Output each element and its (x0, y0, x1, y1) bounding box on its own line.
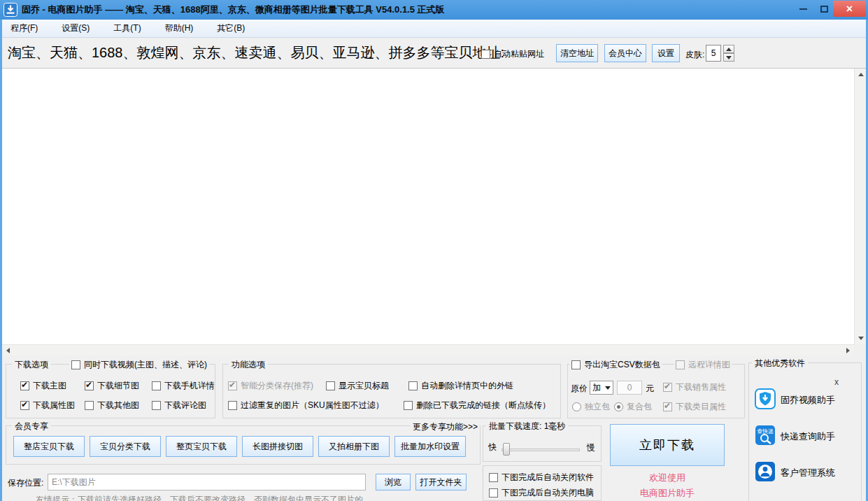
checkbox-box[interactable] (20, 401, 29, 410)
checkbox-download-mobile[interactable]: 下载手机详情 (152, 380, 215, 392)
auto-paste-checkbox-box[interactable] (481, 50, 490, 59)
sidebar-close-button[interactable]: x (834, 379, 839, 386)
scroll-down-button[interactable] (855, 332, 867, 344)
bottom-panel: 下载选项 同时下载视频(主图、描述、评论) 下载主图 下载细节图 下载手机详情 … (2, 355, 866, 501)
menu-tools[interactable]: 工具(T) (105, 20, 149, 37)
single-pack-radio[interactable]: 独立包 (572, 401, 610, 413)
scroll-up-button[interactable] (855, 69, 867, 80)
speed-fast-label: 快 (488, 442, 497, 453)
checkbox-box[interactable] (152, 381, 161, 390)
page-download-button[interactable]: 整页宝贝下载 (166, 436, 237, 457)
horizontal-scrollbar[interactable] (2, 344, 854, 355)
save-path-input[interactable] (48, 474, 366, 491)
checkbox-box[interactable] (152, 401, 161, 410)
price-unit-label: 元 (646, 383, 654, 395)
remote-detail-label: 远程详情图 (688, 359, 730, 371)
member-center-button[interactable]: 会员中心 (604, 44, 646, 62)
menu-program[interactable]: 程序(F) (2, 20, 46, 37)
upyun-album-button[interactable]: 又拍相册下图 (318, 436, 390, 457)
category-attr-label: 下载类目属性 (676, 401, 726, 413)
checkbox-box[interactable] (408, 381, 418, 390)
skin-value[interactable]: 5 (706, 45, 721, 62)
menu-bar: 程序(F) 设置(S) 工具(T) 帮助(H) 其它(B) (2, 20, 866, 38)
checkbox-box[interactable] (489, 488, 498, 498)
checkbox-show-title[interactable]: 显示宝贝标题 (326, 380, 389, 392)
checkbox-download-main[interactable]: 下载主图 (20, 380, 66, 392)
vertical-scrollbar[interactable] (854, 69, 866, 344)
multi-pack-radio[interactable]: 复合包 (614, 401, 652, 413)
download-now-button[interactable]: 立即下载 (610, 424, 725, 466)
checkbox-box[interactable] (404, 401, 413, 410)
remote-detail-checkbox-box[interactable] (676, 360, 685, 369)
checkbox-box[interactable] (85, 401, 94, 410)
checkbox-delete-finished[interactable]: 删除已下载完成的链接（断点续传） (404, 400, 550, 411)
menu-help[interactable]: 帮助(H) (157, 20, 202, 37)
export-csv-checkbox[interactable]: 导出淘宝CSV数据包 (570, 359, 662, 371)
checkbox-box[interactable] (228, 401, 237, 410)
radio-circle[interactable] (572, 402, 581, 411)
checkbox-download-review[interactable]: 下载评论图 (152, 400, 206, 411)
price-label: 原价 (571, 383, 588, 395)
long-image-split-button[interactable]: 长图拼接切图 (242, 436, 313, 457)
checkbox-box[interactable] (20, 381, 29, 390)
download-video-checkbox[interactable]: 同时下载视频(主图、描述、评论) (69, 359, 209, 371)
download-video-checkbox-box[interactable] (71, 360, 80, 369)
checkbox-box[interactable] (326, 381, 335, 390)
settings-button[interactable]: 设置 (652, 44, 680, 62)
category-attr-checkbox-box[interactable] (663, 402, 672, 411)
other-software-group: 其他优秀软件 x 固乔视频助手 查快递 快递查询助手 (748, 362, 862, 501)
welcome-text-1: 欢迎使用 (610, 472, 725, 484)
function-options-group: 功能选项 智能分类保存(推荐) 显示宝贝标题 自动删除详情页中的外链 过滤重复的… (222, 364, 561, 418)
radio-label: 复合包 (627, 401, 652, 413)
checkbox-download-detail[interactable]: 下载细节图 (85, 380, 139, 392)
spin-down-icon (726, 56, 732, 59)
spin-up-icon (726, 48, 732, 51)
speed-slider-track[interactable] (501, 449, 580, 451)
remote-detail-checkbox[interactable]: 远程详情图 (674, 359, 732, 371)
sales-attr-checkbox[interactable]: 下载销售属性 (663, 381, 726, 393)
close-software-checkbox[interactable]: 下图完成后自动关闭软件 (489, 472, 594, 484)
scroll-left-button[interactable] (2, 345, 14, 355)
open-folder-button[interactable]: 打开文件夹 (415, 474, 467, 491)
checkbox-box[interactable] (489, 473, 498, 482)
shutdown-pc-checkbox[interactable]: 下图完成后自动关闭电脑 (489, 487, 594, 499)
url-input-area[interactable] (2, 69, 866, 355)
close-button[interactable]: × (833, 1, 866, 17)
checkbox-download-other[interactable]: 下载其他图 (85, 400, 139, 411)
maximize-button[interactable] (813, 0, 834, 18)
clear-address-button[interactable]: 清空地址 (556, 44, 598, 62)
browse-button[interactable]: 浏览 (376, 474, 411, 491)
auto-paste-checkbox[interactable]: 自动粘贴网址 (481, 48, 544, 60)
more-features-link[interactable]: 更多专享功能>>> (411, 421, 480, 433)
sales-attr-checkbox-box[interactable] (663, 383, 672, 392)
button-label: 又拍相册下图 (329, 441, 379, 453)
menu-other[interactable]: 其它(B) (208, 20, 253, 37)
minimize-button[interactable] (792, 0, 813, 18)
checkbox-download-attr[interactable]: 下载属性图 (20, 400, 75, 411)
checkbox-box[interactable] (228, 381, 237, 390)
export-csv-checkbox-box[interactable] (571, 360, 581, 369)
menu-settings[interactable]: 设置(S) (53, 20, 98, 37)
minimize-icon (799, 8, 807, 10)
checkbox-box[interactable] (85, 381, 94, 390)
checkbox-remove-links[interactable]: 自动删除详情页中的外链 (408, 380, 513, 392)
price-op-dropdown[interactable]: 加 (590, 381, 613, 395)
download-now-label: 立即下载 (639, 437, 695, 453)
checkbox-smart-save[interactable]: 智能分类保存(推荐) (228, 380, 313, 392)
download-video-label: 同时下载视频(主图、描述、评论) (84, 359, 207, 371)
checkbox-label: 智能分类保存(推荐) (241, 380, 313, 392)
price-value-input[interactable]: 0 (617, 381, 642, 395)
speed-slider-thumb[interactable] (503, 443, 510, 456)
category-download-button[interactable]: 宝贝分类下载 (90, 436, 161, 457)
scroll-right-button[interactable] (842, 345, 854, 355)
skin-spin-down-button[interactable] (723, 53, 734, 62)
radio-circle[interactable] (614, 402, 623, 411)
video-assistant-icon (755, 388, 776, 409)
settings-label: 设置 (657, 48, 674, 59)
checkbox-label: 下载属性图 (33, 400, 75, 411)
watermark-settings-button[interactable]: 批量加水印设置 (394, 436, 466, 457)
category-attr-checkbox[interactable]: 下载类目属性 (663, 401, 726, 413)
skin-spin-up-button[interactable] (723, 45, 734, 53)
shop-download-button[interactable]: 整店宝贝下载 (13, 436, 85, 457)
checkbox-filter-duplicates[interactable]: 过滤重复的图片（SKU属性图不过滤） (228, 400, 384, 411)
